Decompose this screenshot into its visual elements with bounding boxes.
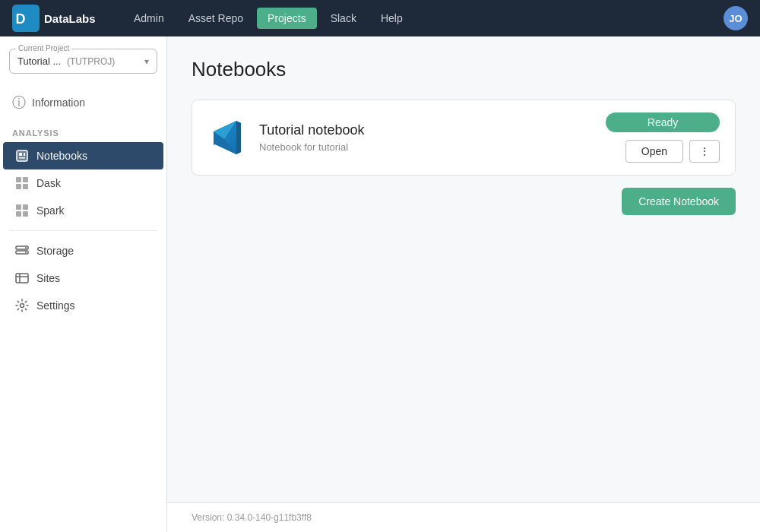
nav-slack[interactable]: Slack: [320, 8, 367, 29]
nav-links: Admin Asset Repo Projects Slack Help: [123, 8, 724, 29]
nav-asset-repo[interactable]: Asset Repo: [178, 8, 254, 29]
main-footer: Version: 0.34.0-140-g11fb3ff8: [167, 502, 760, 532]
notebook-description: Notebook for tutorial: [259, 141, 606, 153]
svg-point-22: [21, 304, 24, 308]
notebooks-label: Notebooks: [36, 150, 87, 162]
svg-rect-9: [16, 184, 21, 189]
sidebar-item-notebooks[interactable]: Notebooks: [3, 142, 163, 169]
sidebar-item-spark[interactable]: Spark: [3, 197, 163, 224]
notebook-card: Tutorial notebook Notebook for tutorial …: [192, 100, 736, 176]
svg-rect-4: [19, 153, 22, 156]
svg-text:DataLabs: DataLabs: [44, 12, 96, 25]
datalabs-logo-text: DataLabs: [44, 9, 105, 27]
svg-rect-7: [16, 177, 21, 182]
sidebar: Current Project Tutorial ... (TUTPROJ) ▾…: [0, 36, 167, 532]
info-icon: ⓘ: [12, 93, 26, 112]
svg-rect-14: [23, 211, 28, 217]
status-badge: Ready: [606, 112, 720, 132]
settings-label: Settings: [36, 299, 75, 312]
information-label: Information: [32, 97, 85, 109]
create-notebook-button[interactable]: Create Notebook: [622, 188, 736, 215]
sidebar-item-settings[interactable]: Settings: [3, 292, 163, 319]
svg-point-18: [25, 252, 27, 253]
svg-rect-13: [16, 211, 21, 217]
current-project-label: Current Project: [16, 44, 71, 52]
dask-icon: [15, 176, 29, 190]
svg-point-17: [25, 247, 27, 249]
svg-rect-5: [19, 157, 25, 159]
spark-icon: [15, 204, 29, 217]
main-content-area: Notebooks: [167, 36, 760, 532]
storage-icon: [15, 244, 29, 258]
notebook-name: Tutorial notebook: [259, 122, 606, 138]
svg-rect-19: [16, 274, 28, 283]
sidebar-divider: [9, 230, 157, 231]
version-text: Version: 0.34.0-140-g11fb3ff8: [192, 512, 312, 523]
nav-help[interactable]: Help: [370, 8, 413, 29]
datalabs-logo-icon: D: [12, 5, 40, 32]
dask-label: Dask: [36, 177, 61, 189]
sidebar-item-dask[interactable]: Dask: [3, 169, 163, 197]
sidebar-item-sites[interactable]: Sites: [3, 264, 163, 292]
project-code: (TUTPROJ): [67, 56, 115, 67]
svg-rect-11: [16, 204, 21, 210]
svg-rect-3: [17, 150, 27, 161]
more-button[interactable]: ⋮: [689, 140, 720, 163]
logo: D DataLabs: [12, 5, 105, 32]
notebook-actions: Ready Open ⋮: [606, 112, 720, 163]
notebook-info: Tutorial notebook Notebook for tutorial: [259, 122, 606, 153]
user-avatar[interactable]: JO: [724, 6, 748, 30]
page-title: Notebooks: [192, 58, 736, 81]
notebooks-icon: [15, 149, 29, 163]
open-button[interactable]: Open: [625, 140, 683, 163]
sites-label: Sites: [36, 272, 60, 284]
settings-icon: [15, 299, 29, 312]
analysis-section-label: Analysis: [0, 119, 166, 142]
main-content: Notebooks: [167, 36, 760, 502]
vscode-icon: [207, 118, 247, 157]
nav-admin[interactable]: Admin: [123, 8, 175, 29]
project-name: Tutorial ...: [17, 55, 61, 67]
sites-icon: [15, 271, 29, 285]
storage-label: Storage: [36, 245, 74, 257]
chevron-down-icon: ▾: [144, 56, 149, 67]
sidebar-item-information[interactable]: ⓘ Information: [0, 86, 166, 119]
svg-text:D: D: [16, 11, 26, 27]
svg-rect-12: [23, 204, 28, 210]
svg-rect-8: [23, 177, 28, 182]
main-layout: Current Project Tutorial ... (TUTPROJ) ▾…: [0, 36, 760, 532]
nav-projects[interactable]: Projects: [257, 8, 317, 29]
svg-rect-10: [23, 184, 28, 189]
project-selector[interactable]: Current Project Tutorial ... (TUTPROJ) ▾: [9, 49, 157, 74]
action-buttons: Open ⋮: [625, 140, 720, 163]
sidebar-item-storage[interactable]: Storage: [3, 237, 163, 264]
project-selector-value[interactable]: Tutorial ... (TUTPROJ) ▾: [17, 55, 149, 67]
svg-rect-6: [24, 153, 25, 156]
spark-label: Spark: [36, 204, 65, 217]
topnav: D DataLabs Admin Asset Repo Projects Sla…: [0, 0, 760, 36]
